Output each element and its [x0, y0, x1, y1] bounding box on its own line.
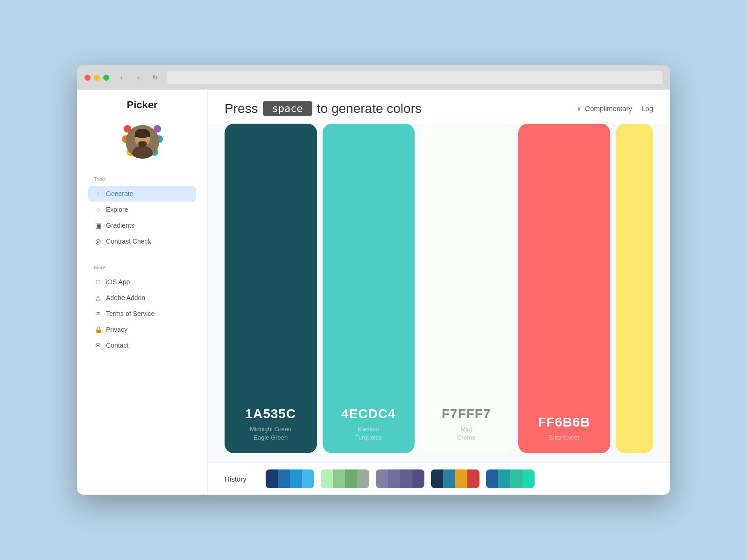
nav-item-adobe[interactable]: △ Adobe Addon: [88, 290, 196, 306]
header-bar: Press space to generate colors ∨ Complim…: [208, 90, 670, 124]
close-button[interactable]: [85, 75, 91, 81]
brand-title: Picker: [127, 99, 157, 111]
history-color: [302, 469, 314, 488]
swatch-ff6b6b[interactable]: FF6B6B Bittersweet: [518, 124, 611, 453]
swatch-3-hex: F7FFF7: [430, 406, 503, 421]
nav-item-explore-label: Explore: [106, 206, 128, 213]
swatch-4-hex: FF6B6B: [528, 415, 601, 430]
mode-label: Complimentary: [585, 105, 632, 112]
history-divider: [256, 469, 256, 488]
nav-item-privacy[interactable]: 🔒 Privacy: [88, 322, 196, 337]
swatch-1-inner: 1A535C Midnight Green Eagle Green: [234, 406, 308, 442]
traffic-lights: [85, 75, 109, 81]
privacy-icon: 🔒: [94, 326, 102, 333]
contact-icon: ✉: [94, 342, 102, 349]
nav-item-adobe-label: Adobe Addon: [106, 294, 145, 301]
sidebar: Picker: [77, 90, 208, 495]
swatch-2-inner: 4ECDC4 Medium Turquoise: [332, 406, 406, 442]
header-suffix: to generate colors: [317, 101, 422, 116]
nav-tools-section: Tools ↑ Generate ○ Explore ▣ Gradients ◎…: [77, 176, 207, 249]
history-palettes: [266, 469, 535, 488]
history-color: [376, 469, 388, 488]
swatch-1a535c[interactable]: 1A535C Midnight Green Eagle Green: [225, 124, 317, 453]
nav-item-contact-label: Contact: [106, 342, 128, 349]
nav-item-ios[interactable]: □ iOS App: [88, 274, 196, 290]
more-label: More: [88, 265, 196, 270]
forward-button[interactable]: ›: [132, 71, 145, 84]
gradients-icon: ▣: [94, 222, 102, 229]
reload-button[interactable]: ↻: [148, 71, 162, 84]
svg-rect-4: [135, 133, 150, 137]
header-prefix: Press: [225, 101, 258, 116]
chevron-down-icon: ∨: [577, 105, 581, 112]
minimize-button[interactable]: [94, 75, 100, 81]
tos-icon: ≡: [94, 310, 102, 317]
history-palette-1[interactable]: [266, 469, 314, 488]
history-color: [455, 469, 467, 488]
nav-item-gradients-label: Gradients: [106, 222, 134, 229]
swatch-4ecdc4[interactable]: 4ECDC4 Medium Turquoise: [323, 124, 415, 453]
nav-item-contact[interactable]: ✉ Contact: [88, 337, 196, 353]
header-right: ∨ Complimentary Log: [577, 105, 653, 112]
history-color: [290, 469, 302, 488]
nav-item-tos[interactable]: ≡ Terms of Service: [88, 306, 196, 322]
swatch-4-name: Bittersweet: [528, 434, 601, 442]
svg-point-6: [139, 142, 146, 147]
avatar: [126, 125, 159, 159]
swatch-1-hex: 1A535C: [234, 406, 308, 421]
nav-item-generate-label: Generate: [106, 190, 133, 197]
history-palette-5[interactable]: [486, 469, 535, 488]
space-key: space: [263, 101, 312, 116]
avatar-section: [119, 119, 166, 165]
nav-item-explore[interactable]: ○ Explore: [88, 202, 196, 217]
address-bar[interactable]: [167, 71, 662, 84]
swatch-3-name: Mint Creme: [430, 425, 503, 442]
history-color: [498, 469, 510, 488]
swatch-4-inner: FF6B6B Bittersweet: [528, 415, 601, 442]
swatch-ffe66d[interactable]: [616, 124, 653, 453]
history-palette-3[interactable]: [376, 469, 424, 488]
back-button[interactable]: ‹: [115, 71, 128, 84]
browser-chrome: ‹ › ↻: [77, 65, 670, 90]
nav-item-contrast-label: Contrast Check: [106, 238, 151, 245]
nav-item-generate[interactable]: ↑ Generate: [88, 186, 196, 202]
nav-more-section: More □ iOS App △ Adobe Addon ≡ Terms of …: [77, 265, 207, 353]
contrast-icon: ◎: [94, 238, 102, 245]
history-bar: History: [208, 462, 670, 495]
nav-item-contrast[interactable]: ◎ Contrast Check: [88, 233, 196, 249]
history-color: [333, 469, 345, 488]
header-tagline: Press space to generate colors: [225, 101, 422, 116]
swatch-2-hex: 4ECDC4: [332, 406, 406, 421]
ios-icon: □: [94, 278, 102, 286]
main-content: Press space to generate colors ∨ Complim…: [208, 90, 670, 495]
login-label: Log: [641, 105, 653, 112]
history-color: [510, 469, 522, 488]
swatch-3-inner: F7FFF7 Mint Creme: [430, 406, 503, 442]
browser-nav: ‹ › ↻: [115, 71, 162, 84]
swatch-f7fff7[interactable]: F7FFF7 Mint Creme: [420, 124, 513, 453]
swatch-2-name: Medium Turquoise: [332, 425, 406, 442]
history-color: [266, 469, 278, 488]
palette-area: 1A535C Midnight Green Eagle Green 4ECDC4…: [208, 124, 670, 462]
history-color: [345, 469, 357, 488]
browser-content: Picker: [77, 90, 670, 495]
nav-item-privacy-label: Privacy: [106, 326, 127, 333]
nav-item-tos-label: Terms of Service: [106, 310, 155, 317]
history-color: [431, 469, 443, 488]
history-color: [357, 469, 369, 488]
history-color: [443, 469, 455, 488]
explore-icon: ○: [94, 206, 102, 213]
nav-item-gradients[interactable]: ▣ Gradients: [88, 217, 196, 233]
history-color: [400, 469, 412, 488]
history-color: [412, 469, 424, 488]
history-palette-4[interactable]: [431, 469, 479, 488]
swatch-1-name: Midnight Green Eagle Green: [234, 425, 308, 442]
history-color: [467, 469, 479, 488]
history-label: History: [225, 475, 247, 483]
nav-item-ios-label: iOS App: [106, 278, 130, 286]
adobe-icon: △: [94, 294, 102, 301]
history-color: [486, 469, 498, 488]
history-color: [522, 469, 535, 488]
history-palette-2[interactable]: [321, 469, 369, 488]
maximize-button[interactable]: [103, 75, 109, 81]
